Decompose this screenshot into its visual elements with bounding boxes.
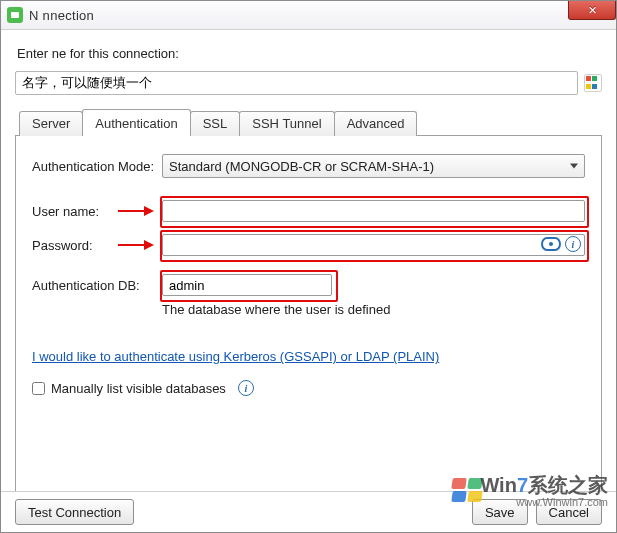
- kerberos-ldap-link[interactable]: I would like to authenticate using Kerbe…: [32, 349, 439, 364]
- auth-db-row: Authentication DB:: [32, 274, 585, 296]
- auth-db-label: Authentication DB:: [32, 278, 162, 293]
- tabstrip: Server Authentication SSL SSH Tunnel Adv…: [15, 109, 602, 136]
- connection-name-prompt: Enter ne for this connection:: [17, 46, 602, 61]
- tab-ssl[interactable]: SSL: [190, 111, 241, 136]
- color-picker-icon[interactable]: [584, 74, 602, 92]
- eye-icon[interactable]: [541, 237, 561, 251]
- username-input[interactable]: [162, 200, 585, 222]
- info-icon[interactable]: i: [238, 380, 254, 396]
- auth-mode-label: Authentication Mode:: [32, 159, 162, 174]
- password-input[interactable]: [162, 234, 585, 256]
- dialog-window: N nnection ✕ Enter ne for this connectio…: [0, 0, 617, 533]
- close-button[interactable]: ✕: [568, 1, 616, 20]
- username-row: User name:: [32, 200, 585, 222]
- connection-name-input[interactable]: [15, 71, 578, 95]
- auth-mode-row: Authentication Mode: Standard (MONGODB-C…: [32, 154, 585, 178]
- password-icons: i: [541, 236, 581, 252]
- password-row: Password: i: [32, 234, 585, 256]
- test-connection-button[interactable]: Test Connection: [15, 499, 134, 525]
- chevron-down-icon: [570, 164, 578, 169]
- tabs: Server Authentication SSL SSH Tunnel Adv…: [15, 109, 602, 493]
- tab-authentication[interactable]: Authentication: [82, 109, 190, 136]
- window-title: N nnection: [29, 8, 94, 23]
- dialog-body: Enter ne for this connection: Server Aut…: [1, 30, 616, 493]
- save-button[interactable]: Save: [472, 499, 528, 525]
- auth-db-hint: The database where the user is defined: [162, 302, 585, 317]
- tab-advanced[interactable]: Advanced: [334, 111, 418, 136]
- manual-list-label: Manually list visible databases: [51, 381, 226, 396]
- tab-server[interactable]: Server: [19, 111, 83, 136]
- manual-list-checkbox[interactable]: [32, 382, 45, 395]
- app-icon: [7, 7, 23, 23]
- connection-name-row: [15, 71, 602, 95]
- bottom-bar: Test Connection Save Cancel: [1, 491, 616, 532]
- tab-panel-authentication: Authentication Mode: Standard (MONGODB-C…: [15, 135, 602, 493]
- tab-ssh-tunnel[interactable]: SSH Tunnel: [239, 111, 334, 136]
- manual-list-row: Manually list visible databases i: [32, 380, 585, 396]
- auth-db-input[interactable]: [162, 274, 332, 296]
- titlebar: N nnection ✕: [1, 1, 616, 30]
- info-icon[interactable]: i: [565, 236, 581, 252]
- auth-mode-value: Standard (MONGODB-CR or SCRAM-SHA-1): [169, 159, 434, 174]
- cancel-button[interactable]: Cancel: [536, 499, 602, 525]
- password-label: Password:: [32, 238, 162, 253]
- auth-mode-select[interactable]: Standard (MONGODB-CR or SCRAM-SHA-1): [162, 154, 585, 178]
- username-label: User name:: [32, 204, 162, 219]
